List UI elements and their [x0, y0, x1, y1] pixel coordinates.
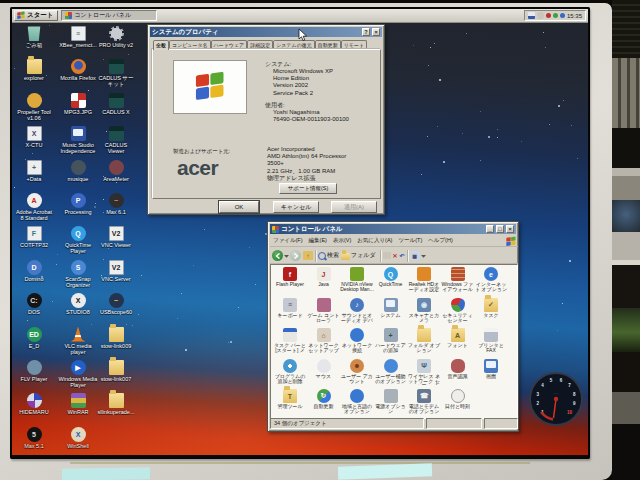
control-panel-item-printers-fax[interactable]: プリンタと FAX	[474, 328, 508, 354]
control-panel-item-admin-tools[interactable]: T管理ツール	[273, 389, 307, 409]
desktop-icon-studio8[interactable]: XSTUDIO8	[58, 293, 98, 315]
desktop-icon-processing[interactable]: PProcessing	[58, 193, 98, 215]
volume-icon[interactable]	[537, 12, 544, 19]
control-panel-item-add-hardware[interactable]: +ハードウェアの追加	[374, 328, 408, 354]
menu-item-3[interactable]: お気に入り(A)	[354, 237, 395, 244]
control-panel-item-realtek-hd-audio[interactable]: Realtek HDオーディオ設定	[407, 267, 441, 293]
desktop-icon-cadlus-x[interactable]: CADLUS X	[96, 93, 136, 115]
desktop-icon-areameter[interactable]: AreaMeter	[96, 160, 136, 182]
control-panel-item-wireless-network-setup[interactable]: Ψワイヤレス ネットワーク セットアップ	[407, 359, 441, 385]
desktop-icon-winshell[interactable]: XWinShell	[58, 427, 98, 449]
start-button[interactable]: スタート	[14, 10, 58, 21]
control-panel-item-fonts[interactable]: Aフォント	[441, 328, 475, 348]
desktop-icon-cadlus-viewer[interactable]: CADLUS Viewer	[96, 126, 136, 154]
desktop-icon-cadlus-circuit[interactable]: CADLUS サーキット	[96, 59, 136, 87]
control-panel-item-display[interactable]: 画面	[474, 359, 508, 379]
control-panel-item-tasks[interactable]: ✓タスク	[474, 298, 508, 318]
cancel-button[interactable]: キャンセル	[273, 201, 319, 213]
control-panel-item-add-remove-programs[interactable]: プログラムの追加と削除	[273, 359, 307, 385]
desktop-icon-max-5-1[interactable]: 5Max 5.1	[14, 427, 54, 449]
desktop-icon-propeller-tool[interactable]: Propeller Tool v1.06	[14, 93, 54, 121]
control-panel-item-folder-options[interactable]: フォルダ オプション	[407, 328, 441, 354]
tray-icon[interactable]	[546, 13, 551, 18]
control-panel-item-quicktime[interactable]: QQuickTime	[374, 267, 408, 287]
up-button[interactable]: ↑	[303, 251, 313, 260]
control-panel-item-speech[interactable]: 音声認識	[441, 359, 475, 379]
control-panel-item-scanners-cameras[interactable]: ◉スキャナとカメラ	[407, 298, 441, 324]
desktop-icon-domino[interactable]: DDomino	[14, 260, 54, 282]
maximize-button[interactable]: □	[496, 225, 504, 233]
control-panel-item-network-connections[interactable]: ネットワーク接続	[340, 328, 374, 354]
move-to-icon[interactable]	[383, 252, 391, 259]
desktop-icon-adobe-acrobat-8[interactable]: AAdobe Acrobat 8 Standard	[14, 193, 54, 221]
folders-button[interactable]: フォルダ	[351, 251, 376, 260]
menu-item-5[interactable]: ヘルプ(H)	[425, 237, 456, 244]
control-panel-item-taskbar-start-menu[interactable]: タスク バーと [スタート] メニュー	[273, 328, 307, 354]
control-panel-item-power-options[interactable]: 電源オプション	[374, 389, 408, 415]
views-button[interactable]: ▦	[410, 251, 420, 260]
desktop-icon-vlc-media-player[interactable]: VLC media player	[58, 327, 98, 355]
clock[interactable]: 15:35	[567, 13, 582, 19]
control-panel-item-regional-language[interactable]: 地域と言語のオプション	[340, 389, 374, 415]
control-panel-item-mouse[interactable]: マウス	[307, 359, 341, 379]
control-panel-item-phone-modem[interactable]: ☎電話とモデムのオプション	[407, 389, 441, 415]
desktop-icon-e-d[interactable]: EDE_D	[14, 327, 54, 349]
ok-button[interactable]: OK	[219, 201, 259, 213]
control-panel-item-game-controllers[interactable]: ゲーム コントローラ	[307, 298, 341, 324]
desktop-icon-hidemaru[interactable]: HIDEMARU	[14, 393, 54, 415]
delete-button[interactable]: ✕	[393, 252, 398, 259]
desktop-icon-xbee-memct[interactable]: ≡XBee_memct...	[58, 26, 98, 48]
desktop-icon-winrar[interactable]: WinRAR	[58, 393, 98, 415]
menu-item-2[interactable]: 表示(V)	[330, 237, 354, 244]
desktop-icon-stow-link009[interactable]: stow-link009	[96, 327, 136, 349]
desktop-icon-music-studio-independence[interactable]: Music Studio Independence	[58, 126, 98, 154]
desktop-icon-quicktime-player[interactable]: QQuickTime Player	[58, 226, 98, 254]
control-panel-item-windows-firewall[interactable]: Windows ファイアウォール	[441, 267, 475, 293]
menu-item-4[interactable]: ツール(T)	[395, 237, 425, 244]
window-titlebar[interactable]: コントロール パネル _ □ ×	[270, 224, 516, 234]
gauge-widget[interactable]: 12345678910·····	[528, 371, 584, 431]
back-button[interactable]	[272, 250, 283, 261]
desktop-icon-musique[interactable]: musique	[58, 160, 98, 182]
control-panel-item-system[interactable]: システム	[374, 298, 408, 318]
desktop-icon-stow-link007[interactable]: stow-link007	[96, 360, 136, 382]
help-button[interactable]: ?	[362, 28, 370, 36]
menu-item-0[interactable]: ファイル(F)	[270, 237, 306, 244]
dialog-titlebar[interactable]: システムのプロパティ ? ×	[150, 27, 382, 37]
desktop-icon-vnc-viewer[interactable]: V2VNC Viewer	[96, 226, 136, 248]
apply-button[interactable]: 適用(A)	[331, 201, 377, 213]
desktop-icon-max-6-1[interactable]: ~Max 6.1	[96, 193, 136, 215]
control-panel-item-security-center[interactable]: セキュリティ センター	[441, 298, 475, 324]
control-panel-item-automatic-updates[interactable]: ↻自動更新	[307, 389, 341, 409]
support-info-button[interactable]: サポート情報(S)	[279, 183, 337, 194]
desktop-icon-scansnap-organizer[interactable]: SScanSnap Organizer	[58, 260, 98, 288]
desktop-icon-flv-player[interactable]: FLV Player	[14, 360, 54, 382]
desktop-icon-sllinkuperade[interactable]: sllinkuperade...	[96, 393, 136, 415]
desktop-icon-explorer[interactable]: explorer	[14, 59, 54, 81]
control-panel-item-keyboard[interactable]: ≡キーボード	[273, 298, 307, 318]
control-panel-item-java[interactable]: JJava	[307, 267, 341, 287]
tray-icon[interactable]	[553, 13, 558, 18]
minimize-button[interactable]: _	[486, 225, 494, 233]
control-panel-item-date-time[interactable]: 日付と時刻	[441, 389, 475, 409]
taskbar-task-control-panel[interactable]: コントロール パネル	[61, 10, 157, 21]
control-panel-item-network-setup-wizard[interactable]: ⌂ネットワーク セットアップ ウィザード	[307, 328, 341, 354]
control-panel-item-user-accounts[interactable]: ☻ユーザー アカウント	[340, 359, 374, 385]
forward-button[interactable]	[290, 250, 301, 261]
desktop-icon-vnc-server[interactable]: V2VNC Server	[96, 260, 136, 282]
desktop-icon-mozilla-firefox[interactable]: Mozilla Firefox	[58, 59, 98, 81]
desktop-icon-windows-media-player[interactable]: ▶Windows Media Player	[58, 360, 98, 388]
control-panel-item-accessibility-options[interactable]: ユーザー補助のオプション	[374, 359, 408, 385]
tab-0[interactable]: 全般	[153, 40, 169, 50]
menu-item-1[interactable]: 編集(E)	[306, 237, 330, 244]
desktop-icon-pro-utility-v2[interactable]: PRO Utility v2	[96, 26, 136, 48]
desktop-icon-mpg3-jpg[interactable]: MPG3.JPG	[58, 93, 98, 115]
control-panel-item-flash-player[interactable]: fFlash Player	[273, 267, 307, 287]
desktop-icon-plus-data[interactable]: ++Data	[14, 160, 54, 182]
undo-button[interactable]: ↶	[400, 252, 405, 259]
control-panel-item-sounds-audio[interactable]: ♪サウンドとオーディオ デバイス	[340, 298, 374, 324]
close-button[interactable]: ×	[372, 28, 380, 36]
search-button[interactable]: 検索	[327, 251, 339, 260]
desktop-icon-usbscope60[interactable]: ~USBscope60	[96, 293, 136, 315]
desktop-icon-cotftp32[interactable]: FCOTFTP32	[14, 226, 54, 248]
